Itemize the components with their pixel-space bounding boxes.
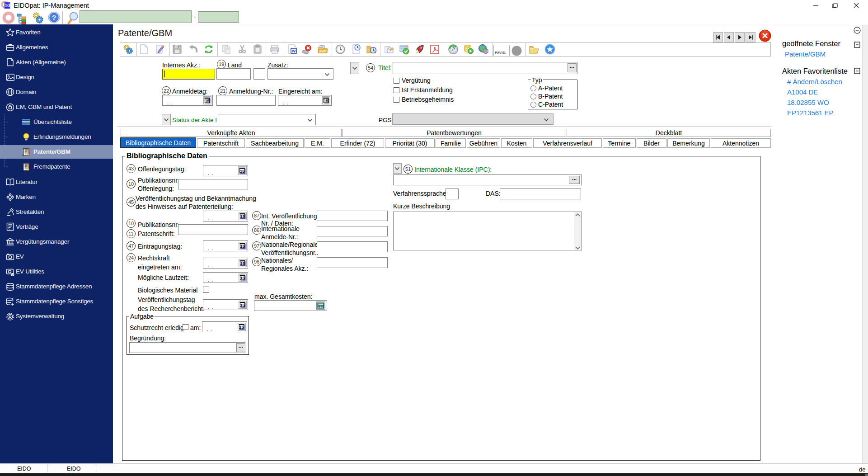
- svg-text:?: ?: [52, 14, 56, 21]
- svg-text:10: 10: [5, 3, 10, 8]
- svg-text:15: 15: [240, 303, 245, 307]
- svg-text:15: 15: [240, 214, 245, 219]
- svg-text:15: 15: [240, 244, 245, 249]
- svg-text:15: 15: [240, 276, 245, 280]
- svg-text:15: 15: [239, 325, 244, 330]
- svg-text:15: 15: [205, 99, 210, 103]
- svg-text:15: 15: [324, 99, 328, 103]
- svg-text:15: 15: [240, 261, 245, 266]
- svg-text:W: W: [292, 49, 296, 53]
- svg-text:15: 15: [240, 169, 244, 174]
